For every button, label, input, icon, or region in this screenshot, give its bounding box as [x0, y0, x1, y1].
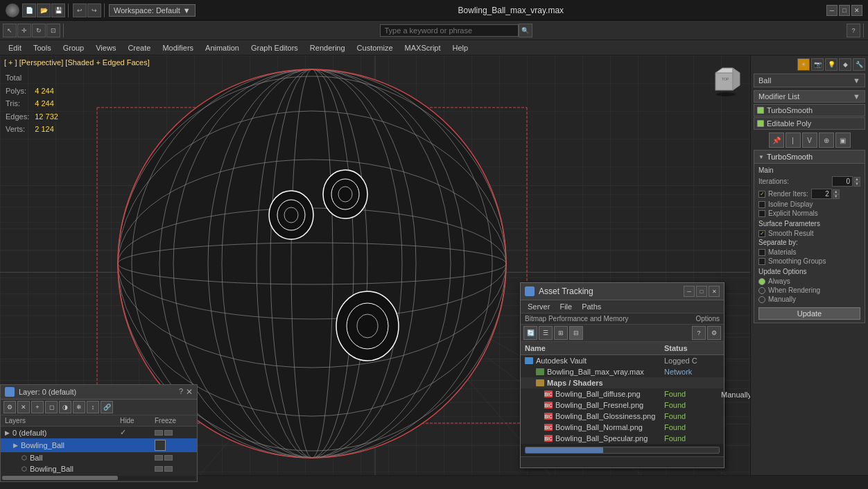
modifier-turbos smooth[interactable]: TurboSmooth	[754, 104, 865, 117]
layer-dot-ball1	[155, 455, 163, 461]
asset-list-btn[interactable]: ☰	[539, 326, 553, 340]
search-btn[interactable]: 🔍	[519, 24, 532, 37]
menu-animation[interactable]: Animation	[200, 42, 245, 53]
lights-icon[interactable]: 💡	[825, 58, 837, 71]
minimize-btn[interactable]: ─	[826, 5, 837, 16]
render-iters-cb[interactable]: ✓	[758, 191, 765, 198]
redo-btn[interactable]: ↪	[87, 3, 101, 17]
menu-tools[interactable]: Tools	[28, 42, 57, 53]
pin-icon[interactable]: 📌	[769, 132, 784, 148]
asset-options-label[interactable]: Options	[696, 315, 720, 323]
utility-icon[interactable]: 🔧	[853, 58, 865, 71]
layer-scrollbar[interactable]	[2, 476, 196, 480]
asset-row-specular[interactable]: BIC Bowling_Ball_Specular.png Found	[521, 433, 724, 444]
menu-customize[interactable]: Customize	[351, 42, 399, 53]
object-drop-btn[interactable]: ▼	[853, 76, 860, 85]
save-file-btn[interactable]: 💾	[51, 3, 65, 17]
asset-close-btn[interactable]: ✕	[709, 286, 720, 297]
close-btn[interactable]: ✕	[851, 5, 862, 16]
scale-tool-btn[interactable]: ⊡	[46, 24, 60, 37]
menu-maxscript[interactable]: MAXScript	[399, 42, 446, 53]
layer-select-btn[interactable]: ◻	[45, 401, 58, 413]
asset-row-vault[interactable]: Autodesk Vault Logged C	[521, 355, 724, 366]
render-icon[interactable]: ▣	[835, 132, 851, 148]
layer-row-default[interactable]: ▶ 0 (default) ✓	[1, 427, 197, 438]
search-input[interactable]	[380, 24, 519, 37]
new-file-btn[interactable]: 📄	[22, 3, 36, 17]
iterations-down-btn[interactable]: ▼	[853, 182, 860, 187]
turbosmooth-header[interactable]: ▼ TurboSmooth	[754, 151, 865, 164]
asset-panel-title-text: Asset Tracking	[539, 286, 593, 296]
asset-row-fresnel[interactable]: BIC Bowling_Ball_Fresnel.png Found	[521, 400, 724, 411]
layer-row-ball[interactable]: ⬡ Ball	[1, 452, 197, 463]
menu-group[interactable]: Group	[58, 42, 90, 53]
modifier-editable-poly[interactable]: Editable Poly	[754, 117, 865, 130]
rotate-tool-btn[interactable]: ↻	[32, 24, 46, 37]
iterations-up-btn[interactable]: ▲	[853, 177, 860, 182]
when-rendering-radio[interactable]	[758, 287, 765, 294]
maximize-btn[interactable]: □	[839, 5, 850, 16]
layer-row-bowling-ball2[interactable]: ⬡ Bowling_Ball	[1, 463, 197, 474]
menu-views[interactable]: Views	[90, 42, 121, 53]
asset-name-maps: Maps / Shaders	[547, 379, 603, 387]
layer-hide-btn[interactable]: ◑	[59, 401, 71, 413]
menu-create[interactable]: Create	[122, 42, 156, 53]
camera-icon[interactable]: 📷	[811, 58, 824, 71]
render-iters-up-btn[interactable]: ▲	[833, 189, 840, 194]
asset-row-diffuse[interactable]: BIC Bowling_Ball_diffuse.png Found	[521, 388, 724, 400]
layer-panel-close-btn[interactable]: ✕	[186, 387, 193, 397]
update-btn[interactable]: Update	[758, 307, 860, 320]
layer-move-btn[interactable]: ↕	[87, 401, 99, 413]
explicit-normals-cb[interactable]	[758, 210, 765, 217]
layer-dots-default	[155, 430, 193, 436]
layer-freeze-btn[interactable]: ❄	[73, 401, 85, 413]
always-radio[interactable]	[758, 278, 765, 285]
world-icon[interactable]: ⊕	[819, 132, 834, 148]
materials-cb[interactable]	[758, 249, 765, 256]
viewport[interactable]: [ + ] [Perspective] [Shaded + Edged Face…	[0, 55, 750, 489]
vertex-icon[interactable]: V	[802, 132, 817, 148]
iterations-input[interactable]	[832, 176, 853, 187]
menu-graph-editors[interactable]: Graph Editors	[245, 42, 304, 53]
layer-add-btn[interactable]: +	[31, 401, 44, 413]
asset-row-glossiness[interactable]: BIC Bowling_Ball_Glossiness.png Found	[521, 411, 724, 422]
geometry-icon[interactable]: ◆	[839, 58, 851, 71]
smooth-result-cb[interactable]: ✓	[758, 230, 765, 237]
render-iters-down-btn[interactable]: ▼	[833, 194, 840, 199]
help-btn[interactable]: ?	[847, 24, 860, 37]
menu-modifiers[interactable]: Modifiers	[157, 42, 199, 53]
asset-menu-paths[interactable]: Paths	[578, 302, 605, 311]
select-tool-btn[interactable]: ↖	[3, 24, 17, 37]
asset-help-btn[interactable]: ?	[692, 326, 706, 340]
asset-row-max[interactable]: Bowling_Ball_max_vray.max Network	[521, 366, 724, 377]
menu-edit[interactable]: Edit	[3, 42, 27, 53]
move-tool-btn[interactable]: ✛	[17, 24, 31, 37]
move-up-icon[interactable]: |	[785, 132, 801, 148]
asset-minimize-btn[interactable]: ─	[684, 286, 695, 297]
layer-row-bowling-ball[interactable]: ▶ Bowling_Ball	[1, 438, 197, 452]
asset-menu-file[interactable]: File	[555, 302, 576, 311]
workspace-dropdown[interactable]: Workspace: Default ▼	[109, 4, 196, 17]
open-file-btn[interactable]: 📂	[37, 3, 51, 17]
modifier-list-drop[interactable]: ▼	[853, 92, 860, 101]
asset-grid-btn[interactable]: ⊞	[554, 326, 568, 340]
manually-radio[interactable]	[758, 296, 765, 303]
undo-btn[interactable]: ↩	[73, 3, 87, 17]
menu-rendering[interactable]: Rendering	[304, 42, 351, 53]
sun-icon[interactable]: ☀	[797, 58, 810, 71]
layer-link-btn[interactable]: 🔗	[101, 401, 113, 413]
layer-settings-btn[interactable]: ⚙	[3, 401, 16, 413]
layer-delete-btn[interactable]: ✕	[17, 401, 30, 413]
asset-table-btn[interactable]: ⊟	[569, 326, 583, 340]
layer-panel-help-btn[interactable]: ?	[179, 387, 183, 397]
asset-refresh-btn[interactable]: 🔄	[523, 326, 537, 340]
asset-menu-server[interactable]: Server	[523, 302, 554, 311]
smoothing-groups-cb[interactable]	[758, 258, 765, 265]
asset-settings-btn[interactable]: ⚙	[707, 326, 721, 340]
asset-maximize-btn[interactable]: □	[696, 286, 707, 297]
asset-row-maps[interactable]: Maps / Shaders	[521, 377, 724, 388]
asset-row-normal[interactable]: BIC Bowling_Ball_Normal.png Found	[521, 422, 724, 433]
menu-help[interactable]: Help	[447, 42, 474, 53]
isoline-cb[interactable]	[758, 201, 765, 208]
render-iters-input[interactable]	[811, 189, 832, 199]
